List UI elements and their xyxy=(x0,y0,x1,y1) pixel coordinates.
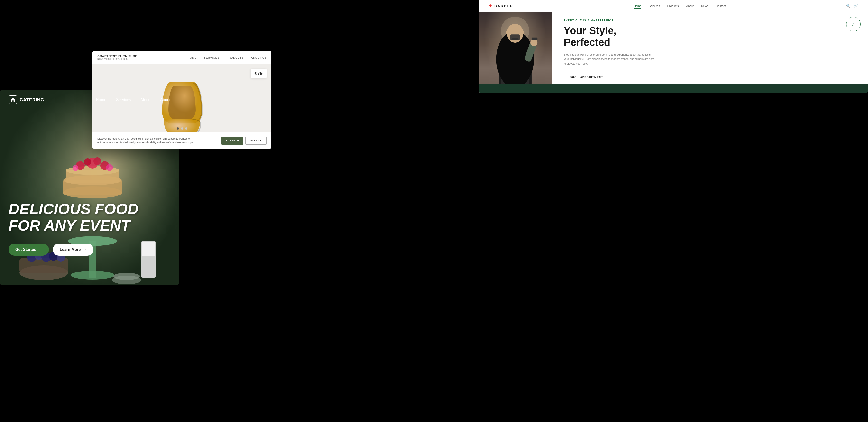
svg-point-25 xyxy=(93,157,101,165)
svg-point-24 xyxy=(84,158,91,165)
buy-now-button[interactable]: BUY NOW xyxy=(221,137,243,145)
svg-point-27 xyxy=(106,164,113,171)
barber-green-section xyxy=(478,84,868,93)
barber-nav-icons: 🔍 🛒 xyxy=(846,4,858,8)
search-icon[interactable]: 🔍 xyxy=(846,4,850,8)
barber-nav-products[interactable]: Products xyxy=(667,4,679,8)
barber-nav-about[interactable]: About xyxy=(686,4,694,8)
barber-content: ✂ EVERY CUT IS A MASTERPIECE Your Style,… xyxy=(552,12,868,92)
dot-3[interactable] xyxy=(185,127,187,129)
barber-logo-text: BARBER xyxy=(494,4,513,8)
barber-eyebrow: EVERY CUT IS A MASTERPIECE xyxy=(564,19,856,22)
barber-nav-home[interactable]: Home xyxy=(633,4,641,8)
barber-description: Step into our world of tailored grooming… xyxy=(564,52,656,66)
learn-more-button[interactable]: Learn More → xyxy=(53,243,93,256)
barber-hero: ✂ EVERY CUT IS A MASTERPIECE Your Style,… xyxy=(478,12,868,92)
furniture-navbar: CRAFTNEST FURNITURE NEW YORK CITY, 2024.… xyxy=(93,51,271,64)
furniture-nav-products[interactable]: PRODUCTS xyxy=(227,55,244,60)
barber-person-svg xyxy=(478,12,552,92)
catering-logo: CATERING xyxy=(8,95,44,104)
arrow-icon: → xyxy=(38,247,42,252)
barber-nav-services[interactable]: Services xyxy=(649,4,660,8)
catering-logo-icon xyxy=(8,95,17,104)
barber-logo-icon: ✦ xyxy=(488,3,492,9)
cart-icon[interactable]: 🛒 xyxy=(854,4,858,8)
barber-hero-image xyxy=(478,12,552,92)
svg-rect-10 xyxy=(510,34,520,40)
furniture-description-bar: Discover the Proto Chair Out—designed fo… xyxy=(93,132,271,149)
catering-nav-about[interactable]: About xyxy=(160,98,170,102)
dot-1[interactable] xyxy=(177,127,179,129)
svg-rect-36 xyxy=(142,242,155,257)
furniture-nav-services[interactable]: SERVICES xyxy=(204,55,219,60)
home-icon xyxy=(10,97,16,102)
svg-point-26 xyxy=(72,165,79,171)
dark-background-top-left xyxy=(0,0,93,90)
catering-hero-buttons: Get Started → Learn More → xyxy=(8,243,138,256)
barber-badge: ✂ xyxy=(846,17,861,31)
furniture-nav-about[interactable]: ABOUT US xyxy=(251,55,267,60)
book-appointment-button[interactable]: BOOK APPOINTMENT xyxy=(564,73,609,82)
catering-navbar: CATERING Home Services Menu About xyxy=(0,90,179,110)
get-started-button[interactable]: Get Started → xyxy=(8,243,49,256)
barber-website: ✦ BARBER Home Services Products About Ne… xyxy=(478,0,868,93)
dot-2[interactable] xyxy=(181,127,183,129)
barber-nav-contact[interactable]: Contact xyxy=(716,4,725,8)
catering-nav-home[interactable]: Home xyxy=(96,98,106,102)
svg-rect-7 xyxy=(532,37,537,40)
barber-logo: ✦ BARBER xyxy=(488,3,513,9)
barber-nav-links: Home Services Products About News Contac… xyxy=(633,4,725,8)
svg-point-38 xyxy=(113,273,140,280)
catering-hero-content: DELICIOUS FOOD FOR ANY EVENT Get Started… xyxy=(8,201,138,256)
pagination-dots xyxy=(177,127,187,129)
furniture-desc-text: Discover the Proto Chair Out—designed fo… xyxy=(97,137,195,145)
furniture-nav-home[interactable]: HOME xyxy=(188,55,197,60)
catering-nav-menu[interactable]: Menu xyxy=(141,98,150,102)
furniture-logo: CRAFTNEST FURNITURE NEW YORK CITY, 2024. xyxy=(97,55,137,60)
arrow-icon: → xyxy=(83,247,87,252)
catering-hero-title: DELICIOUS FOOD FOR ANY EVENT xyxy=(8,201,138,234)
price-badge: £79 xyxy=(251,69,267,78)
catering-logo-text: CATERING xyxy=(20,97,44,102)
barber-nav-news[interactable]: News xyxy=(701,4,708,8)
dark-background-bottom-right xyxy=(666,242,868,422)
barber-title: Your Style, Perfected xyxy=(564,25,856,49)
barber-navbar: ✦ BARBER Home Services Products About Ne… xyxy=(478,0,868,12)
catering-nav-services[interactable]: Services xyxy=(116,98,131,102)
catering-nav-links: Home Services Menu About xyxy=(96,98,170,102)
furniture-buttons: BUY NOW DETAILS xyxy=(221,137,267,145)
furniture-nav-links: HOME SERVICES PRODUCTS ABOUT US xyxy=(188,55,267,60)
scissors-icon: ✂ xyxy=(850,21,856,28)
details-button[interactable]: DETAILS xyxy=(245,137,267,145)
